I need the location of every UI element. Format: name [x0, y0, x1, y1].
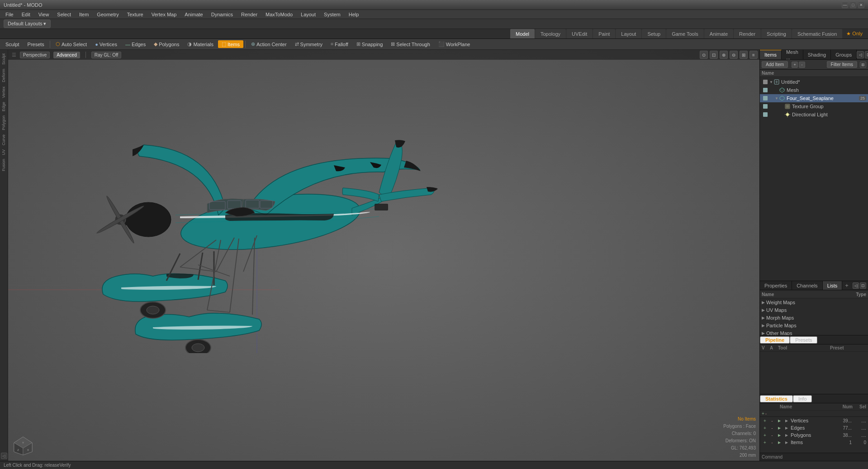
- filter-items-button[interactable]: Filter Items: [827, 61, 857, 68]
- sidebar-tab-polygon[interactable]: Polygon: [0, 114, 8, 132]
- menu-item-vertex map[interactable]: Vertex Map: [148, 11, 180, 18]
- frame-icon[interactable]: ⊡: [710, 51, 718, 59]
- tab-shading[interactable]: Shading: [803, 50, 831, 59]
- advanced-button[interactable]: Advanced: [53, 52, 80, 58]
- i-minus[interactable]: -: [769, 440, 775, 445]
- info-button[interactable]: Info: [793, 395, 812, 402]
- sidebar-tab-vertex[interactable]: Vertex: [0, 85, 8, 100]
- list-item-weight-maps[interactable]: ▶ Weight Maps: [760, 298, 868, 306]
- mode-tab-model[interactable]: Model: [510, 29, 535, 38]
- tab-items[interactable]: Items: [760, 50, 782, 59]
- zoom-in-icon[interactable]: ⊕: [720, 51, 728, 59]
- mode-tab-setup[interactable]: Setup: [642, 29, 666, 38]
- v-plus[interactable]: +: [762, 418, 768, 423]
- list-item-uv-maps[interactable]: ▶ UV Maps: [760, 306, 868, 314]
- mode-tab-schematic-fusion[interactable]: Schematic Fusion: [792, 29, 842, 38]
- menu-item-system[interactable]: System: [320, 11, 344, 18]
- presets-panel-button[interactable]: Presets: [790, 336, 817, 344]
- tree-item-seaplane[interactable]: ▼ Four_Seat_Seaplane 25: [760, 94, 868, 102]
- statistics-title-button[interactable]: Statistics: [760, 395, 793, 402]
- float-icon[interactable]: ⊡: [865, 51, 868, 58]
- auto-select-button[interactable]: ⬡ Auto Select: [52, 40, 90, 48]
- fit-icon[interactable]: ⊞: [740, 51, 748, 59]
- items-remove-icon[interactable]: -: [799, 62, 805, 68]
- p-tri[interactable]: ▶: [776, 433, 783, 437]
- default-layouts-button[interactable]: Default Layouts ▾: [4, 19, 51, 28]
- workplane-button[interactable]: ⬛ WorkPlane: [435, 40, 474, 48]
- mode-tab-topology[interactable]: Topology: [535, 29, 566, 38]
- list-item-morph-maps[interactable]: ▶ Morph Maps: [760, 314, 868, 321]
- menu-item-layout[interactable]: Layout: [297, 11, 319, 18]
- polygons-button[interactable]: ◆ Polygons: [150, 40, 183, 48]
- tree-item-light[interactable]: Directional Light: [760, 110, 868, 119]
- menu-item-texture[interactable]: Texture: [123, 11, 147, 18]
- menu-item-geometry[interactable]: Geometry: [93, 11, 122, 18]
- lower-tab-lists[interactable]: Lists: [823, 281, 843, 290]
- select-through-button[interactable]: ⊠ Select Through: [387, 40, 433, 48]
- restore-button[interactable]: □: [850, 2, 856, 8]
- edges-button[interactable]: — Edges: [122, 41, 149, 48]
- list-item-other-maps[interactable]: ▶ Other Maps: [760, 329, 868, 335]
- mode-tab-layout[interactable]: Layout: [616, 29, 641, 38]
- lower-expand-icon[interactable]: ◁: [853, 282, 859, 289]
- lower-panel-add[interactable]: +: [842, 281, 851, 290]
- mode-tab-render[interactable]: Render: [734, 29, 761, 38]
- add-item-button[interactable]: Add Item: [762, 61, 788, 68]
- mode-tab-paint[interactable]: Paint: [593, 29, 615, 38]
- menu-item-animate[interactable]: Animate: [181, 11, 206, 18]
- mesh-vis-icon[interactable]: [762, 88, 769, 92]
- lower-float-icon[interactable]: ⊡: [860, 282, 866, 289]
- items-button[interactable]: ⬚ Items: [218, 40, 243, 48]
- stats-plus-icon[interactable]: +: [762, 411, 764, 416]
- stats-item-edges[interactable]: + - ▶ ▶ Edges 77... ....: [760, 424, 868, 431]
- tab-groups[interactable]: Groups: [831, 50, 857, 59]
- menu-item-help[interactable]: Help: [345, 11, 363, 18]
- mode-tab-uvedit[interactable]: UVEdit: [566, 29, 593, 38]
- sidebar-tab-uv[interactable]: UV: [0, 148, 8, 157]
- i-plus[interactable]: +: [762, 440, 768, 445]
- list-item-particle-maps[interactable]: ▶ Particle Maps: [760, 321, 868, 329]
- stats-item-polygons[interactable]: + - ▶ ▶ Polygons 38... ....: [760, 431, 868, 439]
- v-minus[interactable]: -: [769, 418, 775, 423]
- sidebar-collapse-button[interactable]: ◁: [1, 453, 7, 459]
- look-icon[interactable]: ⊙: [700, 51, 708, 59]
- filter-icon[interactable]: ⊞: [860, 62, 866, 68]
- menu-item-view[interactable]: View: [35, 11, 53, 18]
- pipeline-title-button[interactable]: Pipeline: [760, 336, 790, 344]
- nav-cube[interactable]: Y Z X: [12, 435, 34, 457]
- materials-button[interactable]: ◑ Materials: [184, 40, 217, 48]
- lower-tab-channels[interactable]: Channels: [792, 281, 822, 290]
- mode-tab-scripting[interactable]: Scripting: [761, 29, 792, 38]
- stats-minus-icon[interactable]: -: [765, 411, 767, 416]
- sidebar-tab-deform[interactable]: Deform: [0, 67, 8, 84]
- scene-vis-icon[interactable]: [762, 80, 769, 84]
- options-icon[interactable]: ≡: [749, 51, 758, 59]
- expand-icon[interactable]: ◁: [857, 51, 864, 58]
- e-minus[interactable]: -: [769, 426, 775, 431]
- sidebar-tab-curve[interactable]: Curve: [0, 133, 8, 147]
- symmetry-button[interactable]: ⇄ Symmetry: [291, 40, 327, 48]
- menu-item-edit[interactable]: Edit: [18, 11, 34, 18]
- v-tri[interactable]: ▶: [776, 419, 783, 423]
- menu-item-dynamics[interactable]: Dynamics: [208, 11, 237, 18]
- items-add-icon[interactable]: +: [792, 62, 798, 68]
- menu-item-file[interactable]: File: [2, 11, 17, 18]
- sculpt-button[interactable]: Sculpt: [2, 41, 23, 48]
- perspective-button[interactable]: Perspective: [20, 52, 50, 58]
- zoom-out-icon[interactable]: ⊖: [730, 51, 738, 59]
- menu-item-item[interactable]: Item: [76, 11, 92, 18]
- texture-vis-icon[interactable]: [762, 104, 769, 109]
- ray-gl-button[interactable]: Ray GL: Off: [91, 52, 122, 58]
- p-minus[interactable]: -: [769, 433, 775, 438]
- p-plus[interactable]: +: [762, 433, 768, 438]
- falloff-button[interactable]: ⌗ Falloff: [327, 40, 352, 48]
- viewport[interactable]: ☰ Perspective Advanced Ray GL: Off ⊙ ⊡ ⊕…: [8, 50, 759, 461]
- e-tri[interactable]: ▶: [776, 426, 783, 430]
- stats-item-items[interactable]: + - ▶ ▶ Items 1 0: [760, 439, 868, 446]
- mode-tab-animate[interactable]: Animate: [704, 29, 733, 38]
- light-vis-icon[interactable]: [762, 112, 769, 117]
- seaplane-vis-icon[interactable]: [762, 96, 769, 100]
- stats-item-vertices[interactable]: + - ▶ ▶ Vertices 39... ....: [760, 417, 868, 424]
- vertices-button[interactable]: ● Vertices: [91, 41, 121, 48]
- only-button[interactable]: ★ Only: [843, 29, 866, 38]
